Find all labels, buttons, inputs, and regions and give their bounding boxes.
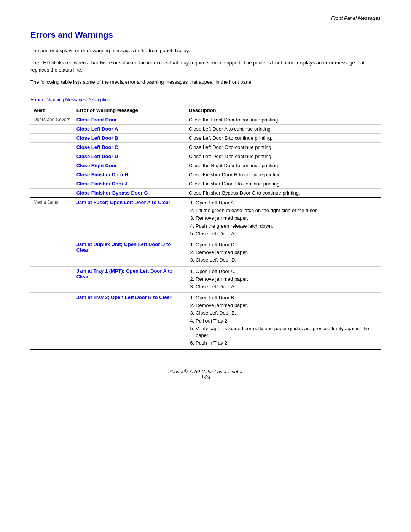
message-link: Close Front Door: [76, 117, 117, 123]
alert-cell: Doors and Covers: [30, 115, 73, 125]
message-cell: Jam at Tray 1 (MPT); Open Left Door A to…: [73, 266, 186, 293]
description-list: Open Left Door B.Remove jammed paper.Clo…: [189, 294, 378, 347]
message-link: Close Left Door D: [76, 153, 118, 159]
alert-cell: [30, 152, 73, 161]
page-title: Errors and Warnings: [30, 30, 381, 40]
message-link: Close Left Door C: [76, 144, 118, 150]
message-cell: Jam at Tray 2; Open Left Door B to Clear: [73, 293, 186, 350]
alert-cell: [30, 293, 73, 350]
alert-cell: [30, 240, 73, 266]
list-item: Push in Tray 2.: [196, 340, 378, 347]
description-cell: Open Left Door D.Remove jammed paper.Clo…: [186, 240, 381, 266]
table-row: Jam at Tray 2; Open Left Door B to Clear…: [30, 293, 381, 350]
description-cell: Close Left Door D to continue printing.: [186, 152, 381, 161]
description-cell: Close Finisher Door J to continue printi…: [186, 179, 381, 189]
header-right: Front Panel Messages: [30, 15, 381, 21]
table-row: Close Left Door BClose Left Door B to co…: [30, 134, 381, 143]
intro-para-2: The LED blinks red when a hardware or so…: [30, 59, 381, 74]
list-item: Open Left Door A.: [196, 268, 378, 275]
message-cell: Jam at Fuser; Open Left Door A to Clear: [73, 198, 186, 240]
description-cell: Close the Front Door to continue printin…: [186, 115, 381, 125]
col-alert: Alert: [30, 105, 73, 115]
table-row: Close Finisher Door JClose Finisher Door…: [30, 179, 381, 189]
list-item: Verify paper is loaded correctly and pap…: [196, 325, 378, 339]
alert-cell: [30, 134, 73, 143]
col-description: Description: [186, 105, 381, 115]
message-link: Jam at Fuser; Open Left Door A to Clear: [76, 200, 170, 205]
message-cell: Close Front Door: [73, 115, 186, 125]
alert-cell: [30, 179, 73, 189]
intro-para-1: The printer displays error or warning me…: [30, 47, 381, 54]
table-row: Doors and CoversClose Front DoorClose th…: [30, 115, 381, 125]
list-item: Close Left Door A.: [196, 283, 378, 290]
description-cell: Close Left Door C to continue printing.: [186, 143, 381, 152]
table-section: Error or Warning Messages Description Al…: [30, 97, 381, 350]
message-link: Jam at Tray 1 (MPT); Open Left Door A to…: [76, 268, 173, 280]
table-row: Close Left Door DClose Left Door D to co…: [30, 152, 381, 161]
alert-cell: [30, 170, 73, 179]
list-item: Pull out Tray 2.: [196, 318, 378, 324]
list-item: Close Left Door D.: [196, 257, 378, 264]
description-cell: Close the Right Door to continue printin…: [186, 161, 381, 170]
description-cell: Open Left Door A.Remove jammed paper.Clo…: [186, 266, 381, 293]
description-cell: Close Finisher Door H to continue printi…: [186, 170, 381, 179]
description-cell: Open Left Door B.Remove jammed paper.Clo…: [186, 293, 381, 350]
message-cell: Close Right Door: [73, 161, 186, 170]
description-cell: Close Left Door A to continue printing.: [186, 125, 381, 134]
description-list: Open Left Door A.Remove jammed paper.Clo…: [189, 268, 378, 291]
list-item: Remove jammed paper.: [196, 276, 378, 283]
description-list: Open Left Door A.Lift the green release …: [189, 200, 378, 237]
message-link: Close Finisher Door H: [76, 172, 129, 177]
list-item: Open Left Door B.: [196, 294, 378, 301]
footer: Phaser® 7750 Color Laser Printer 4-34: [30, 369, 381, 380]
table-row: Close Finisher Door HClose Finisher Door…: [30, 170, 381, 179]
message-cell: Close Left Door B: [73, 134, 186, 143]
header-text: Front Panel Messages: [331, 15, 381, 21]
list-item: Lift the green release latch on the righ…: [196, 207, 378, 214]
list-item: Close Left Door A.: [196, 230, 378, 237]
description-cell: Close Left Door B to continue printing.: [186, 134, 381, 143]
message-cell: Close Finisher Door J: [73, 179, 186, 189]
message-link: Jam at Duplex Unit; Open Left Door D to …: [76, 241, 171, 253]
alert-cell: [30, 266, 73, 293]
message-cell: Close Left Door C: [73, 143, 186, 152]
list-item: Open Left Door D.: [196, 241, 378, 248]
message-cell: Close Finisher Door H: [73, 170, 186, 179]
errors-table: Alert Error or Warning Message Descripti…: [30, 105, 381, 350]
list-item: Close Left Door B.: [196, 310, 378, 316]
table-row: Jam at Duplex Unit; Open Left Door D to …: [30, 240, 381, 266]
table-header-row: Alert Error or Warning Message Descripti…: [30, 105, 381, 115]
table-row: Close Right DoorClose the Right Door to …: [30, 161, 381, 170]
footer-line1: Phaser® 7750 Color Laser Printer: [30, 369, 381, 374]
intro-para-3: The following table lists some of the me…: [30, 78, 381, 86]
alert-cell: [30, 189, 73, 198]
table-row: Media JamsJam at Fuser; Open Left Door A…: [30, 198, 381, 240]
list-item: Remove jammed paper.: [196, 249, 378, 256]
list-item: Remove jammed paper.: [196, 302, 378, 309]
alert-cell: [30, 125, 73, 134]
message-link: Close Left Door A: [76, 126, 118, 132]
message-link: Close Finisher Door J: [76, 181, 127, 187]
alert-cell: [30, 143, 73, 152]
message-cell: Jam at Duplex Unit; Open Left Door D to …: [73, 240, 186, 266]
message-link: Close Right Door: [76, 163, 117, 168]
message-link: Jam at Tray 2; Open Left Door B to Clear: [76, 294, 172, 300]
description-list: Open Left Door D.Remove jammed paper.Clo…: [189, 241, 378, 264]
message-link: Close Finisher-Bypass Door G: [76, 190, 148, 196]
col-message: Error or Warning Message: [73, 105, 186, 115]
list-item: Remove jammed paper.: [196, 215, 378, 222]
message-cell: Close Left Door A: [73, 125, 186, 134]
alert-cell: [30, 161, 73, 170]
message-cell: Close Finisher-Bypass Door G: [73, 189, 186, 198]
table-row: Close Finisher-Bypass Door GClose Finish…: [30, 189, 381, 198]
table-caption: Error or Warning Messages Description: [30, 97, 381, 102]
message-link: Close Left Door B: [76, 135, 118, 141]
table-row: Jam at Tray 1 (MPT); Open Left Door A to…: [30, 266, 381, 293]
alert-cell: Media Jams: [30, 198, 73, 240]
description-cell: Close Finisher-Bypass Door G to continue…: [186, 189, 381, 198]
footer-line2: 4-34: [30, 374, 381, 380]
list-item: Push the green release latch down.: [196, 223, 378, 230]
list-item: Open Left Door A.: [196, 200, 378, 206]
description-cell: Open Left Door A.Lift the green release …: [186, 198, 381, 240]
table-row: Close Left Door AClose Left Door A to co…: [30, 125, 381, 134]
